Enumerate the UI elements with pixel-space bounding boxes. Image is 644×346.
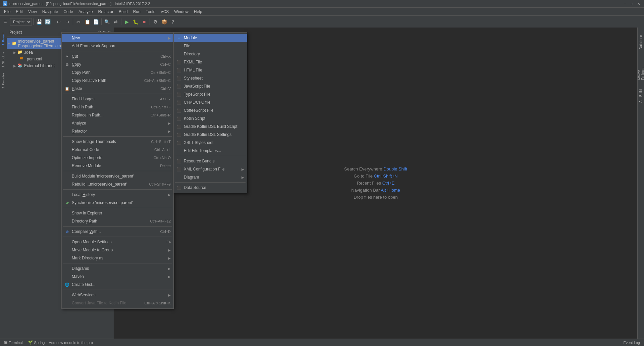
ctx-item-add-framework[interactable]: Add Framework Support... — [62, 42, 173, 50]
menu-bar: File Edit View Navigate Code Analyze Ref… — [0, 7, 644, 15]
ctx-item-mark-directory-as[interactable]: Mark Directory as ▶ — [62, 254, 173, 262]
submenu-item-typescript-file[interactable]: ⬛ TypeScript File — [174, 90, 247, 98]
menu-code[interactable]: Code — [61, 8, 76, 15]
right-panel-database[interactable]: Database — [638, 29, 643, 56]
status-event-log[interactable]: Event Log — [622, 341, 641, 345]
ctx-item-local-history[interactable]: Local History ▶ — [62, 191, 173, 199]
ctx-item-remove-module[interactable]: Remove Module Delete — [62, 162, 173, 170]
ctx-label-remove-module: Remove Module — [72, 163, 101, 168]
close-button[interactable]: ✕ — [636, 1, 641, 6]
submenu-item-kotlin-script[interactable]: ⬛ Kotlin Script — [174, 114, 247, 122]
ctx-item-compare-with[interactable]: ⊕ Compare With... Ctrl+D — [62, 228, 173, 236]
submenu-item-gradle-kotlin-build[interactable]: ⬛ Gradle Kotlin DSL Build Script — [174, 122, 247, 131]
submenu-item-data-source-left: ⬛ Data Source — [176, 185, 206, 190]
submenu-item-resource-bundle[interactable]: ⬛ Resource Bundle — [174, 157, 247, 165]
toolbar-help[interactable]: ? — [169, 18, 177, 26]
menu-build[interactable]: Build — [116, 8, 130, 15]
ctx-item-new[interactable]: New ▶ — [62, 34, 173, 42]
menu-analyze[interactable]: Analyze — [76, 8, 96, 15]
menu-view[interactable]: View — [25, 8, 40, 15]
menu-tools[interactable]: Tools — [143, 8, 158, 15]
menu-window[interactable]: Window — [171, 8, 191, 15]
status-terminal[interactable]: ▣ Terminal — [3, 340, 24, 345]
toolbar-replace[interactable]: ⇄ — [112, 18, 120, 26]
menu-help[interactable]: Help — [191, 8, 205, 15]
ctx-item-build-module[interactable]: Build Module 'microservice_parent' — [62, 172, 173, 180]
toolbar-save-all[interactable]: 💾 — [35, 18, 43, 26]
submenu-item-module[interactable]: ▪ Module — [174, 34, 247, 42]
toolbar-refresh[interactable]: 🔄 — [44, 18, 52, 26]
minimize-button[interactable]: − — [623, 1, 628, 6]
ctx-item-convert-java[interactable]: Convert Java File to Kotlin File Ctrl+Al… — [62, 299, 173, 307]
ctx-item-move-module-to-group[interactable]: Move Module to Group ▶ — [62, 246, 173, 254]
ctx-item-copy[interactable]: ⧉ Copy Ctrl+C — [62, 60, 173, 68]
menu-vcs[interactable]: VCS — [158, 8, 172, 15]
ctx-item-replace-in-path[interactable]: Replace in Path... Ctrl+Shift+R — [62, 111, 173, 119]
toolbar-project-btn[interactable]: ≡ — [1, 18, 9, 26]
ctx-item-open-module-settings[interactable]: Open Module Settings F4 — [62, 238, 173, 246]
ctx-item-paste[interactable]: 📋 Paste Ctrl+V — [62, 85, 173, 93]
ctx-item-synchronize[interactable]: ⟳ Synchronize 'microservice_parent' — [62, 199, 173, 207]
toolbar-paste[interactable]: 📄 — [92, 18, 100, 26]
toolbar-settings[interactable]: ⚙ — [151, 18, 159, 26]
ctx-item-show-in-explorer[interactable]: Show in Explorer — [62, 209, 173, 217]
ctx-item-reformat-code[interactable]: Reformat Code Ctrl+Alt+L — [62, 146, 173, 154]
ctx-item-copy-path[interactable]: Copy Path Ctrl+Shift+C — [62, 68, 173, 77]
ctx-item-find-in-path[interactable]: Find in Path... Ctrl+Shift+F — [62, 103, 173, 111]
submenu-item-html-file[interactable]: ⬛ HTML File — [174, 66, 247, 74]
ctx-item-rebuild[interactable]: Rebuild ...microservice_parent' Ctrl+Shi… — [62, 180, 173, 188]
toolbar-run[interactable]: ▶ — [123, 18, 131, 26]
submenu-item-edit-file-templates[interactable]: Edit File Templates... — [174, 147, 247, 155]
toolbar-copy[interactable]: 📋 — [83, 18, 91, 26]
menu-navigate[interactable]: Navigate — [40, 8, 61, 15]
submenu-item-fxml-file[interactable]: ⬛ FXML File — [174, 58, 247, 66]
ctx-item-cut[interactable]: ✂ Cut Ctrl+X — [62, 52, 173, 60]
toolbar-find[interactable]: 🔍 — [103, 18, 111, 26]
submenu-item-javascript-file[interactable]: ⬛ JavaScript File — [174, 82, 247, 90]
submenu-item-coffeescript-file[interactable]: ⬛ CoffeeScript File — [174, 106, 247, 114]
submenu-item-xslt-stylesheet[interactable]: ⬛ XSLT Stylesheet — [174, 139, 247, 147]
ctx-item-create-gist[interactable]: 🌐 Create Gist... — [62, 281, 173, 289]
right-panel-ant[interactable]: Ant Build — [638, 83, 643, 109]
menu-refactor[interactable]: Refactor — [96, 8, 116, 15]
ctx-item-optimize-imports-left: Optimize Imports — [64, 155, 102, 160]
toolbar-sdk[interactable]: 📦 — [160, 18, 168, 26]
ctx-item-find-usages[interactable]: Find Usages Alt+F7 — [62, 95, 173, 103]
submenu-item-diagram[interactable]: Diagram ▶ — [174, 173, 247, 181]
toolbar-debug[interactable]: 🐛 — [131, 18, 140, 26]
ctx-item-analyze[interactable]: Analyze ▶ — [62, 119, 173, 127]
toolbar-stop[interactable]: ■ — [140, 18, 148, 26]
toolbar-undo[interactable]: ↩ — [55, 18, 63, 26]
status-spring[interactable]: 🌱 Spring — [27, 340, 46, 345]
toolbar-redo[interactable]: ↪ — [63, 18, 71, 26]
ctx-shortcut-open-module-settings: F4 — [166, 240, 171, 244]
submenu-item-gradle-kotlin-settings[interactable]: ⬛ Gradle Kotlin DSL Settings — [174, 131, 247, 139]
ctx-item-diagrams[interactable]: Diagrams ▶ — [62, 264, 173, 273]
menu-run[interactable]: Run — [130, 8, 143, 15]
maximize-button[interactable]: □ — [629, 1, 635, 6]
submenu-item-cfml-cfc[interactable]: ⬛ CFML/CFC file — [174, 98, 247, 106]
sidebar-item-project[interactable]: 1: Project — [0, 29, 6, 49]
ctx-item-optimize-imports[interactable]: Optimize Imports Ctrl+Alt+O — [62, 154, 173, 162]
submenu-item-file[interactable]: File — [174, 42, 247, 50]
ctx-shortcut-show-image-thumbnails: Ctrl+Shift+T — [151, 140, 171, 144]
submenu-item-xml-configuration-file[interactable]: ⬛ XML Configuration File ▶ — [174, 165, 247, 173]
project-selector[interactable]: Project — [10, 18, 32, 26]
menu-edit[interactable]: Edit — [13, 8, 25, 15]
ctx-item-copy-relative-path[interactable]: Copy Relative Path Ctrl+Alt+Shift+C — [62, 77, 173, 85]
submenu-item-directory[interactable]: Directory — [174, 50, 247, 58]
ctx-icon-cut: ✂ — [64, 54, 70, 59]
ctx-item-webservices[interactable]: WebServices ▶ — [62, 291, 173, 299]
sidebar-item-structure[interactable]: 2: Structure — [0, 50, 6, 70]
submenu-item-data-source[interactable]: ⬛ Data Source — [174, 184, 247, 192]
ctx-item-show-image-thumbnails[interactable]: Show Image Thumbnails Ctrl+Shift+T — [62, 138, 173, 146]
ctx-item-directory-path[interactable]: Directory Path Ctrl+Alt+F12 — [62, 217, 173, 225]
toolbar-cut[interactable]: ✂ — [74, 18, 83, 26]
submenu-item-stylesheet[interactable]: ⬛ Stylesheet — [174, 74, 247, 82]
ctx-item-refactor[interactable]: Refactor ▶ — [62, 127, 173, 135]
ctx-item-maven[interactable]: Maven ▶ — [62, 273, 173, 281]
right-panel-maven[interactable]: Maven Projects — [637, 56, 644, 83]
title-bar: IJ microservice_parent - [E:\springcloud… — [0, 0, 644, 7]
sidebar-item-favorites[interactable]: 2: Favorites — [0, 70, 6, 91]
menu-file[interactable]: File — [1, 8, 13, 15]
